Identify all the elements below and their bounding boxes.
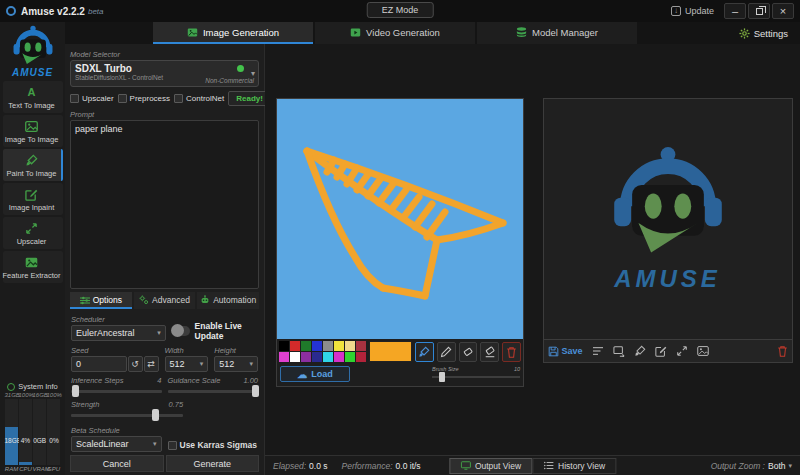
close-button[interactable]: × — [772, 3, 794, 19]
color-swatch[interactable] — [301, 352, 311, 362]
guidance-scale-slider[interactable] — [168, 385, 259, 397]
erase-all-button[interactable] — [480, 342, 499, 362]
preprocess-checkbox[interactable]: Preprocess — [118, 94, 170, 103]
scheduler-select[interactable]: EulerAncestral▾ — [71, 325, 166, 341]
titlebar: Amuse v2.2.2 beta EZ Mode ↓ Update – × — [0, 0, 800, 22]
send-to-inpaint-button[interactable] — [655, 345, 667, 357]
color-swatch[interactable] — [323, 341, 333, 351]
gear-icon — [739, 28, 750, 39]
live-update-toggle[interactable]: Enable Live Update — [172, 321, 258, 341]
restore-button[interactable] — [748, 3, 770, 19]
color-swatch[interactable] — [279, 341, 289, 351]
tab-video-generation[interactable]: Video Generation — [315, 22, 475, 44]
upscaler-checkbox[interactable]: Upscaler — [70, 94, 114, 103]
amuse-watermark-text: AMUSE — [614, 265, 721, 293]
color-swatch[interactable] — [301, 341, 311, 351]
color-swatch[interactable] — [290, 352, 300, 362]
robot-logo-icon — [10, 25, 56, 67]
color-swatch[interactable] — [312, 352, 322, 362]
pen-tool-button[interactable] — [437, 342, 456, 362]
send-to-image-to-image-button[interactable] — [613, 346, 625, 357]
output-view-button[interactable]: Output View — [449, 458, 532, 474]
clear-canvas-button[interactable] — [502, 342, 521, 362]
sidebar-item-paint-to-image[interactable]: Paint To Image — [3, 149, 63, 181]
paint-canvas[interactable] — [277, 99, 523, 339]
seed-reset-button[interactable]: ↺ — [128, 356, 143, 372]
ez-mode-button[interactable]: EZ Mode — [367, 2, 434, 18]
video-generation-icon — [350, 28, 361, 37]
tab-options[interactable]: Options — [70, 292, 132, 309]
guidance-scale-label: Guidance Scale — [168, 376, 221, 385]
brush-tool-button[interactable] — [415, 342, 434, 362]
update-button[interactable]: ↓ Update — [671, 6, 714, 16]
load-image-button[interactable]: ☁ Load — [280, 366, 350, 382]
chevron-down-icon: ▾ — [788, 462, 792, 470]
color-swatch[interactable] — [334, 341, 344, 351]
toggle-label: Enable Live Update — [195, 321, 258, 341]
height-select[interactable]: 512▾ — [214, 356, 258, 372]
color-swatch[interactable] — [290, 341, 300, 351]
restore-icon — [756, 8, 763, 15]
delete-output-button[interactable] — [777, 345, 788, 357]
lines-icon — [592, 346, 604, 356]
color-swatch[interactable] — [323, 352, 333, 362]
send-to-paint-button[interactable] — [634, 345, 646, 357]
checkbox-label: Use Karras Sigmas — [180, 440, 258, 450]
settings-button[interactable]: Settings — [727, 22, 800, 44]
vram-usage-bar: 0GB — [33, 399, 46, 465]
sidebar-item-image-inpaint[interactable]: Image Inpaint — [3, 183, 63, 215]
output-zoom-select[interactable]: Output Zoom : Both ▾ — [711, 461, 792, 471]
width-select[interactable]: 512▾ — [165, 356, 209, 372]
strength-slider[interactable] — [71, 409, 183, 421]
performance-value: 0.0 it/s — [396, 461, 421, 471]
prompt-input[interactable]: paper plane — [70, 120, 259, 289]
history-view-button[interactable]: History View — [532, 458, 616, 474]
controlnet-checkbox[interactable]: ControlNet — [174, 94, 224, 103]
current-color-swatch[interactable] — [369, 341, 412, 362]
color-swatch[interactable] — [334, 352, 344, 362]
color-swatch[interactable] — [356, 341, 366, 351]
elapsed-label: Elapsed: — [273, 461, 306, 471]
eraser-tool-button[interactable] — [459, 342, 478, 362]
send-to-upscaler-button[interactable] — [676, 345, 688, 357]
slider-thumb[interactable] — [72, 385, 79, 397]
tab-image-generation[interactable]: Image Generation — [153, 22, 313, 44]
sidebar-item-feature-extractor[interactable]: Feature Extractor — [3, 251, 63, 283]
karras-sigmas-checkbox[interactable]: Use Karras Sigmas — [168, 440, 259, 450]
tab-label: Automation — [213, 295, 256, 305]
save-button[interactable]: Save — [548, 346, 583, 357]
cancel-button[interactable]: Cancel — [70, 455, 164, 472]
save-label: Save — [562, 346, 583, 356]
minimize-button[interactable]: – — [724, 3, 746, 19]
beta-schedule-select[interactable]: ScaledLinear▾ — [71, 436, 162, 452]
brand-text: AMUSE — [10, 67, 56, 78]
inference-steps-slider[interactable] — [71, 385, 162, 397]
generation-info-button[interactable] — [592, 346, 604, 356]
tab-advanced[interactable]: Advanced — [134, 292, 196, 309]
color-swatch[interactable] — [279, 352, 289, 362]
gears-icon — [139, 295, 149, 305]
slider-thumb[interactable] — [439, 372, 445, 382]
output-zoom-value: Both — [768, 461, 786, 471]
color-swatch[interactable] — [345, 341, 355, 351]
color-swatch[interactable] — [345, 352, 355, 362]
color-swatch[interactable] — [312, 341, 322, 351]
brush-size-slider[interactable] — [432, 372, 520, 382]
sidebar-item-label: Text To Image — [8, 101, 55, 110]
model-selector-dropdown[interactable]: SDXL Turbo StableDiffusionXL - ControlNe… — [70, 60, 259, 87]
generate-button[interactable]: Generate — [166, 455, 260, 472]
tab-model-manager[interactable]: Model Manager — [477, 22, 637, 44]
sidebar-item-text-to-image[interactable]: A Text To Image — [3, 81, 63, 113]
sidebar-item-label: Upscaler — [17, 237, 47, 246]
seed-input[interactable]: 0 — [71, 356, 127, 372]
color-swatch[interactable] — [356, 352, 366, 362]
slider-thumb[interactable] — [252, 385, 259, 397]
tab-automation[interactable]: Automation — [197, 292, 259, 309]
slider-thumb[interactable] — [152, 409, 159, 421]
sidebar-item-upscaler[interactable]: Upscaler — [3, 217, 63, 249]
send-to-feature-extractor-button[interactable] — [697, 346, 709, 356]
tab-label: Image Generation — [203, 27, 279, 38]
model-manager-icon — [516, 27, 527, 37]
seed-shuffle-button[interactable]: ⇄ — [144, 356, 159, 372]
sidebar-item-image-to-image[interactable]: Image To Image — [3, 115, 63, 147]
